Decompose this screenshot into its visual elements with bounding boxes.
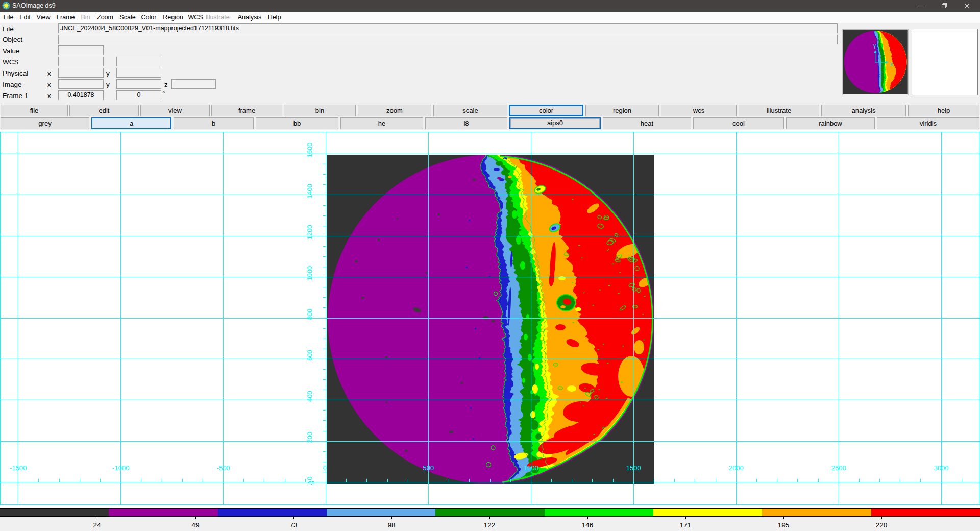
svg-text:3000: 3000	[934, 464, 949, 472]
svg-text:200: 200	[306, 432, 313, 443]
svg-text:1600: 1600	[306, 143, 313, 158]
svg-text:1200: 1200	[306, 225, 313, 239]
svg-text:2000: 2000	[729, 464, 744, 472]
svg-text:800: 800	[306, 309, 313, 320]
svg-text:-1000: -1000	[112, 464, 129, 472]
svg-text:-500: -500	[217, 464, 230, 472]
svg-text:Y: Y	[873, 44, 876, 50]
svg-text:1000: 1000	[524, 464, 538, 472]
svg-text:1500: 1500	[626, 464, 641, 472]
svg-text:400: 400	[306, 391, 313, 402]
svg-text:500: 500	[423, 464, 434, 472]
svg-text:2500: 2500	[831, 464, 846, 472]
svg-text:0: 0	[306, 476, 313, 480]
svg-text:1000: 1000	[306, 266, 313, 281]
svg-text:X: X	[890, 62, 893, 67]
svg-text:0: 0	[323, 464, 326, 472]
svg-text:-1500: -1500	[10, 464, 27, 472]
svg-text:600: 600	[306, 350, 313, 361]
svg-text:1400: 1400	[306, 184, 313, 199]
